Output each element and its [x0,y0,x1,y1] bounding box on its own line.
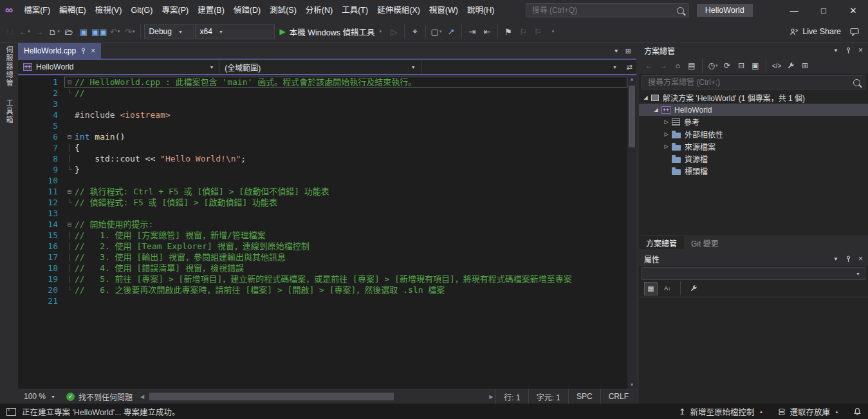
cursor-column-indicator[interactable]: 字元: 1 [528,389,568,404]
start-debugging-button[interactable]: ▶ 本機 Windows 偵錯工具 ▾ [275,24,386,39]
notifications-bell-icon[interactable] [853,407,862,416]
line-number[interactable]: 6 [18,131,64,142]
tree-item[interactable]: ◢解決方案 'HelloWorld' (1 個專案，共 1 個) [639,91,868,104]
preview-selected-items-icon[interactable]: ⊞ [799,59,811,72]
line-number[interactable]: 5 [18,120,64,131]
fold-toggle-icon[interactable]: ⊟ [64,131,75,142]
menu-item[interactable]: 檢視(V) [91,0,127,21]
platform-dropdown[interactable]: x64 ▼ [195,24,275,39]
chevron-down-icon[interactable]: ▼ [833,256,838,262]
live-share-button[interactable]: Live Share [790,27,841,36]
pin-icon[interactable] [80,48,86,55]
code-line[interactable]: 7│{ [18,142,627,153]
line-number[interactable]: 15 [18,230,64,241]
menu-item[interactable]: 專案(P) [157,0,193,21]
navbar-split-icon[interactable]: ⇄ [622,60,636,74]
tree-item[interactable]: 資源檔 [639,153,868,165]
line-number[interactable]: 1 [18,77,64,88]
scroll-left-icon[interactable]: ◀ [140,394,144,400]
menu-item[interactable]: 說明(H) [463,0,499,21]
line-number[interactable]: 7 [18,142,64,153]
configuration-dropdown[interactable]: Debug ▼ [144,24,194,39]
line-number[interactable]: 13 [18,208,64,219]
line-number[interactable]: 4 [18,109,64,120]
previous-bookmark-icon[interactable]: ⚐ [516,24,530,39]
code-line[interactable]: 8│ std::cout << "Hello World!\n"; [18,153,627,164]
scroll-up-icon[interactable]: ▲ [627,75,636,83]
vertical-scrollbar[interactable]: ▲ ▼ [627,75,636,389]
code-line[interactable]: 4#include <iostream> [18,109,627,120]
code-line[interactable]: 9└} [18,164,627,175]
save-all-icon[interactable]: ▣▣ [91,24,107,39]
side-strip-tab[interactable]: 工具箱 [4,99,14,124]
code-line[interactable]: 3 [18,98,627,109]
home-icon[interactable]: ⌂ [671,59,684,72]
navigate-forward-icon[interactable]: → [32,24,46,39]
code-line[interactable]: 19│// 5. 前往 [專案] > [新增項目]，建立新的程式碼檔案，或是前往… [18,274,627,284]
code-line[interactable]: 10 [18,175,627,186]
view-code-icon[interactable]: </> [770,59,783,72]
line-number[interactable]: 21 [18,295,64,306]
toolbar-overflow-icon[interactable]: ▾ [546,24,560,39]
horizontal-scrollbar[interactable]: ◀ ▶ [139,389,494,404]
code-line[interactable]: 18│// 4. 使用 [錯誤清單] 視窗，檢視錯誤 [18,263,627,274]
code-line[interactable]: 17│// 3. 使用 [輸出] 視窗，參閱組建輸出與其他訊息 [18,252,627,263]
tree-item[interactable]: ▷來源檔案 [639,140,868,153]
chevron-down-icon[interactable]: ▼ [833,48,838,53]
line-number[interactable]: 8 [18,153,64,164]
tree-item[interactable]: ◢++HelloWorld [639,104,868,116]
menu-item[interactable]: 編輯(E) [55,0,91,21]
line-number[interactable]: 20 [18,284,64,295]
window-options-icon[interactable]: ⊞ [625,47,631,55]
menu-item[interactable]: Git(G) [126,0,157,21]
expander-icon[interactable]: ▷ [662,119,670,125]
show-all-files-icon[interactable]: ▣ [749,59,762,72]
solution-explorer-search[interactable] [639,74,868,89]
back-icon[interactable]: ← [643,59,656,72]
menu-item[interactable]: 偵錯(D) [229,0,265,21]
properties-wrench-icon[interactable] [784,59,797,72]
property-pages-wrench-icon[interactable] [687,282,700,295]
panel-tab-solution-explorer[interactable]: 方案總管 [639,236,684,249]
toggle-bookmark-icon[interactable]: ⚑ [501,24,515,39]
fold-toggle-icon[interactable]: ⊟ [64,77,75,88]
close-button[interactable]: ✕ [838,0,868,21]
side-strip-tab[interactable]: 伺服器總管 [4,46,14,88]
line-number[interactable]: 10 [18,175,64,186]
project-dropdown[interactable]: ++ HelloWorld ▼ [18,60,219,74]
expander-icon[interactable]: ◢ [652,107,660,113]
code-line[interactable]: 16│// 2. 使用 [Team Explorer] 視窗，連線到原始檔控制 [18,241,627,252]
feedback-icon[interactable] [850,28,859,36]
undo-icon[interactable]: ↶▾ [108,24,122,39]
navigate-back-icon[interactable]: ←▾ [17,24,32,39]
code-line[interactable]: 1⊟// HelloWorld.cpp : 此檔案包含 'main' 函式。程式… [18,77,627,88]
alphabetical-sort-icon[interactable]: A↓ [661,282,674,295]
maximize-button[interactable]: □ [809,0,838,21]
line-number[interactable]: 12 [18,197,64,208]
line-number[interactable]: 2 [18,88,64,98]
pending-changes-filter-icon[interactable]: ◷▾ [706,59,719,72]
active-files-dropdown-icon[interactable]: ▼ [614,48,619,54]
minimize-button[interactable]: — [779,0,809,21]
start-without-debugging-icon[interactable]: ▷ [387,24,401,39]
code-line[interactable]: 14⊟// 開始使用的提示: [18,219,627,230]
save-icon[interactable]: ▣ [77,24,91,39]
collapse-all-icon[interactable]: ⊟ [735,59,748,72]
switch-views-icon[interactable]: ▤ [685,59,698,72]
categorized-view-icon[interactable]: ▦ [644,282,658,295]
forward-icon[interactable]: → [657,59,670,72]
add-to-source-control-button[interactable]: ↥ 新增至原始檔控制 ▲ [679,405,763,418]
fold-toggle-icon[interactable]: ⊟ [64,219,75,230]
code-line[interactable]: 21 [18,295,627,306]
menu-item[interactable]: 分析(N) [301,0,337,21]
expander-icon[interactable]: ◢ [642,95,650,100]
sync-with-active-document-icon[interactable]: ⟳ [721,59,734,72]
breakpoints-window-icon[interactable]: ▢▾ [429,24,443,39]
line-number[interactable]: 19 [18,274,64,284]
panel-tab-git-changes[interactable]: Git 變更 [684,236,726,249]
code-line[interactable]: 20└// 6. 之後要再次開啟此專案時，請前往 [檔案] > [開啟] > [… [18,284,627,295]
line-number[interactable]: 3 [18,98,64,109]
quick-search-input[interactable] [531,5,677,15]
indent-icon[interactable]: ⇥ [465,24,479,39]
code-editor[interactable]: 1⊟// HelloWorld.cpp : 此檔案包含 'main' 函式。程式… [18,75,636,389]
